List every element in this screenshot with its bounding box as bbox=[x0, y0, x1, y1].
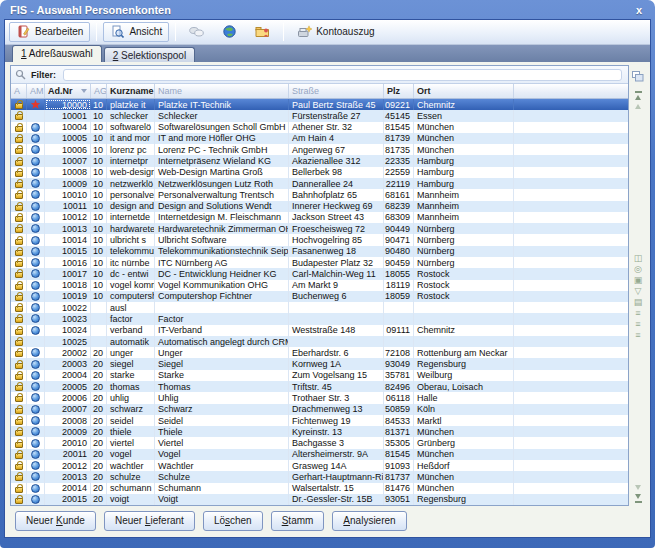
tab-selektionspool[interactable]: 2 Selektionspool bbox=[104, 47, 195, 62]
table-row[interactable]: 20013 20 schulze Schulze Gerhart-Hauptma… bbox=[11, 471, 628, 482]
table-row[interactable]: 20003 20 siegel Siegel Kornweg 1A 93049 … bbox=[11, 358, 628, 369]
table-row[interactable]: 10006 10 lorenz pc Lorenz PC - Technik G… bbox=[11, 144, 628, 155]
cell-name: Thiele bbox=[155, 426, 289, 437]
column-header-ort[interactable]: Ort bbox=[414, 84, 514, 98]
table-row[interactable]: 10024 verband IT-Verband Weststraße 148 … bbox=[11, 325, 628, 336]
cell-kurzname: web-design bbox=[107, 167, 155, 178]
tab-adressauswahl[interactable]: 1 Adreßauswahl bbox=[12, 45, 102, 62]
cell-adnr: 10000 bbox=[45, 99, 91, 110]
table-row[interactable]: 20011 20 vogel Vogel Altersheimerstr. 9A… bbox=[11, 449, 628, 460]
column-header-strasse[interactable]: Straße bbox=[289, 84, 384, 98]
column-header-ag[interactable]: AG bbox=[91, 84, 107, 98]
table-row[interactable]: 10014 10 ulbricht s Ulbricht Software Ho… bbox=[11, 234, 628, 245]
scroll-down-page-icon[interactable] bbox=[635, 485, 641, 490]
table-row[interactable]: 10007 10 internetpr Internetpräsenz Wiel… bbox=[11, 155, 628, 166]
cell-filler bbox=[514, 404, 628, 415]
bearbeiten-button[interactable]: Bearbeiten bbox=[9, 22, 90, 42]
cell-am bbox=[27, 280, 45, 291]
table-row[interactable]: 20004 20 starke Starke Zum Vogelsang 15 … bbox=[11, 370, 628, 381]
table-row[interactable]: 20009 20 thiele Thiele Kyreinstr. 13 813… bbox=[11, 426, 628, 437]
column-header-plz[interactable]: Plz bbox=[384, 84, 414, 98]
table-row[interactable]: 20008 20 seidel Seidel Fichtenweg 19 845… bbox=[11, 415, 628, 426]
cell-kurzname: schwarz bbox=[107, 404, 155, 415]
cell-am bbox=[27, 483, 45, 494]
table-row[interactable]: 20012 20 wächtler Wächtler Grasweg 14A 9… bbox=[11, 460, 628, 471]
cell-ort: München bbox=[414, 426, 514, 437]
table-row[interactable]: 10025 automatik Automatisch angelegt dur… bbox=[11, 336, 628, 347]
table-row[interactable]: 10008 10 web-design Web-Design Martina G… bbox=[11, 167, 628, 178]
list-layout-icon[interactable]: ≡ bbox=[635, 308, 640, 319]
internet-button[interactable] bbox=[215, 22, 244, 42]
card-view-icon[interactable]: ◫ bbox=[634, 253, 643, 264]
lock-icon bbox=[15, 114, 23, 120]
table-row[interactable]: 20007 20 schwarz Schwarz Drachmenweg 13 … bbox=[11, 404, 628, 415]
table-row[interactable]: 10017 10 dc - entwi DC - Entwicklung Hei… bbox=[11, 268, 628, 279]
cell-plz: 50859 bbox=[384, 404, 414, 415]
neuer-kunde-button[interactable]: Neuer Kunde bbox=[15, 511, 96, 531]
table-row[interactable]: 10022 ausl bbox=[11, 302, 628, 313]
table-row[interactable]: 10013 10 hardwarete Hardwaretechnik Zimm… bbox=[11, 223, 628, 234]
column-header-kurzname[interactable]: Kurzname bbox=[107, 84, 155, 98]
table-row[interactable]: 10015 10 telekommun Telekommunikationste… bbox=[11, 246, 628, 257]
loeschen-button[interactable]: Löschen bbox=[203, 511, 263, 531]
table-row[interactable]: 10023 factor Factor bbox=[11, 313, 628, 324]
table-row[interactable]: 10010 10 personalve Personalverwaltung T… bbox=[11, 189, 628, 200]
cell-filler bbox=[514, 392, 628, 403]
stamm-button[interactable]: Stamm bbox=[271, 511, 325, 531]
close-button[interactable]: x bbox=[631, 3, 647, 17]
cell-ort: Mannheim bbox=[414, 212, 514, 223]
lock-icon bbox=[15, 408, 23, 414]
table-row[interactable]: 10016 10 itc nürnbe ITC Nürnberg AG Buda… bbox=[11, 257, 628, 268]
table-row[interactable]: 10019 10 computersh Computershop Fichtne… bbox=[11, 291, 628, 302]
cell-plz bbox=[384, 336, 414, 347]
table-row[interactable]: 10005 10 it and mor IT and more Höfler O… bbox=[11, 133, 628, 144]
cell-am bbox=[27, 415, 45, 426]
table-row[interactable]: 10018 10 vogel komm Vogel Kommunikation … bbox=[11, 280, 628, 291]
table-row[interactable]: 20005 20 thomas Thomas Triftstr. 45 8249… bbox=[11, 381, 628, 392]
column-header-name[interactable]: Name bbox=[155, 84, 289, 98]
column-chooser-icon[interactable] bbox=[632, 68, 644, 86]
cell-lock bbox=[11, 347, 27, 358]
filter-funnel-icon[interactable]: ▽ bbox=[635, 286, 642, 297]
table-row[interactable]: 10011 10 design and Design and Solutions… bbox=[11, 201, 628, 212]
column-header-a[interactable]: A bbox=[11, 84, 27, 98]
table-row[interactable]: 10009 10 netzwerklö Netzwerklösungen Lut… bbox=[11, 178, 628, 189]
table-row[interactable]: 20015 20 voigt Voigt Dr.-Gessler-Str. 15… bbox=[11, 494, 628, 505]
ansicht-button[interactable]: Ansicht bbox=[103, 22, 169, 42]
kontoauszug-button[interactable]: Kontoauszug bbox=[290, 22, 381, 42]
cell-plz bbox=[384, 313, 414, 324]
cell-kurzname: lorenz pc bbox=[107, 144, 155, 155]
analysieren-button[interactable]: Analysieren bbox=[332, 511, 406, 531]
search-icon[interactable]: ◎ bbox=[634, 264, 642, 275]
scroll-up-icon[interactable] bbox=[635, 95, 641, 100]
table-row[interactable]: 20006 20 uhlig Uhlig Trothaer Str. 3 061… bbox=[11, 392, 628, 403]
cell-kurzname: dc - entwi bbox=[107, 268, 155, 279]
export-page-icon[interactable]: ▤ bbox=[634, 297, 643, 308]
neuer-lieferant-button[interactable]: Neuer Lieferant bbox=[104, 511, 195, 531]
filter-input[interactable] bbox=[63, 69, 622, 81]
title-bar[interactable]: FIS - Auswahl Personenkonten x bbox=[4, 0, 651, 19]
cell-ort: Oberau, Loisach bbox=[414, 381, 514, 392]
folder-user-button[interactable] bbox=[248, 22, 277, 42]
table-row[interactable]: 20010 20 viertel Viertel Bachgasse 3 353… bbox=[11, 437, 628, 448]
scroll-bottom-icon[interactable] bbox=[635, 501, 642, 503]
table-row[interactable]: 10004 10 softwarelö Softwarelösungen Sch… bbox=[11, 122, 628, 133]
table-row[interactable]: 10012 10 internetde Internetdesign M. Fl… bbox=[11, 212, 628, 223]
column-header-am[interactable]: AM bbox=[27, 84, 45, 98]
scroll-top-icon[interactable] bbox=[635, 91, 642, 93]
table-row[interactable]: 10000 10 platzke it Platzke IT-Technik P… bbox=[11, 99, 628, 110]
lock-icon bbox=[15, 295, 23, 301]
table-row[interactable]: 10001 10 schlecker Schlecker Fürstenstra… bbox=[11, 110, 628, 121]
list-layout-icon-3[interactable]: ≡ bbox=[635, 330, 640, 341]
list-layout-icon-2[interactable]: ≡ bbox=[635, 319, 640, 330]
cell-strasse: Athener Str. 32 bbox=[289, 122, 384, 133]
picture-icon[interactable]: ▣ bbox=[634, 275, 643, 286]
column-header-adnr[interactable]: Ad.Nr bbox=[45, 84, 91, 98]
table-row[interactable]: 20002 20 unger Unger Eberhardstr. 6 7210… bbox=[11, 347, 628, 358]
scroll-down-icon[interactable] bbox=[635, 494, 641, 499]
table-row[interactable]: 20014 20 schumann Schumann Walsertalstr.… bbox=[11, 483, 628, 494]
cell-am bbox=[27, 460, 45, 471]
cell-plz: 81739 bbox=[384, 133, 414, 144]
scroll-up-page-icon[interactable] bbox=[635, 104, 641, 109]
comments-button[interactable] bbox=[182, 22, 211, 42]
